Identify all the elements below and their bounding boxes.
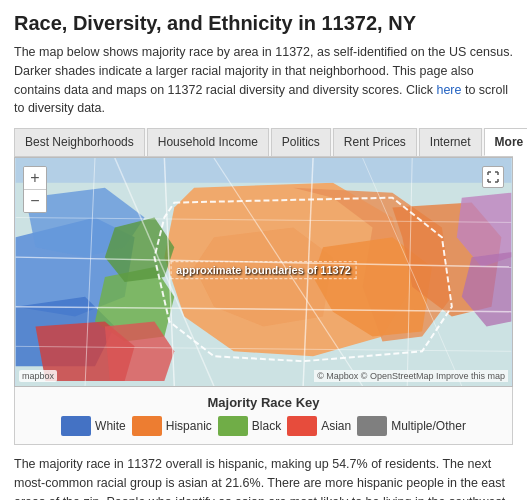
nav-tabs: Best NeighborhoodsHousehold IncomePoliti… [14, 128, 513, 157]
nav-tab-household-income[interactable]: Household Income [147, 128, 269, 156]
legend-label-multiple/other: Multiple/Other [391, 419, 466, 433]
nav-tab-best-neighborhoods[interactable]: Best Neighborhoods [14, 128, 145, 156]
legend-label-white: White [95, 419, 126, 433]
nav-tab-rent-prices[interactable]: Rent Prices [333, 128, 417, 156]
legend-label-black: Black [252, 419, 281, 433]
map-logo: mapbox [19, 370, 57, 382]
zoom-in-button[interactable]: + [24, 167, 46, 189]
map-expand-button[interactable] [482, 166, 504, 188]
legend-title: Majority Race Key [25, 395, 502, 410]
legend-item: Multiple/Other [357, 416, 466, 436]
legend-swatch-white [61, 416, 91, 436]
map-svg [15, 158, 512, 386]
map-attribution: © Mapbox © OpenStreetMap Improve this ma… [314, 370, 508, 382]
bottom-text: The majority race in 11372 overall is hi… [14, 455, 513, 500]
zoom-out-button[interactable]: − [24, 190, 46, 212]
legend-item: Hispanic [132, 416, 212, 436]
nav-tab-more[interactable]: More [484, 128, 527, 156]
page-title: Race, Diversity, and Ethnicity in 11372,… [14, 12, 513, 35]
diversity-link[interactable]: here [436, 83, 461, 97]
legend-swatch-multiple/other [357, 416, 387, 436]
legend-swatch-black [218, 416, 248, 436]
legend-swatch-hispanic [132, 416, 162, 436]
expand-icon [487, 171, 499, 183]
page-container: Race, Diversity, and Ethnicity in 11372,… [0, 0, 527, 500]
svg-rect-14 [16, 158, 512, 183]
legend-label-hispanic: Hispanic [166, 419, 212, 433]
map-container: approximate boundaries of 11372 + − mapb… [14, 157, 513, 387]
legend-item: White [61, 416, 126, 436]
nav-tab-internet[interactable]: Internet [419, 128, 482, 156]
legend-keys: WhiteHispanicBlackAsianMultiple/Other [25, 416, 502, 436]
legend-item: Asian [287, 416, 351, 436]
nav-tab-politics[interactable]: Politics [271, 128, 331, 156]
map-zoom-controls: + − [23, 166, 47, 213]
legend-item: Black [218, 416, 281, 436]
legend-swatch-asian [287, 416, 317, 436]
page-description: The map below shows majority race by are… [14, 43, 513, 118]
legend-container: Majority Race Key WhiteHispanicBlackAsia… [14, 387, 513, 445]
legend-label-asian: Asian [321, 419, 351, 433]
